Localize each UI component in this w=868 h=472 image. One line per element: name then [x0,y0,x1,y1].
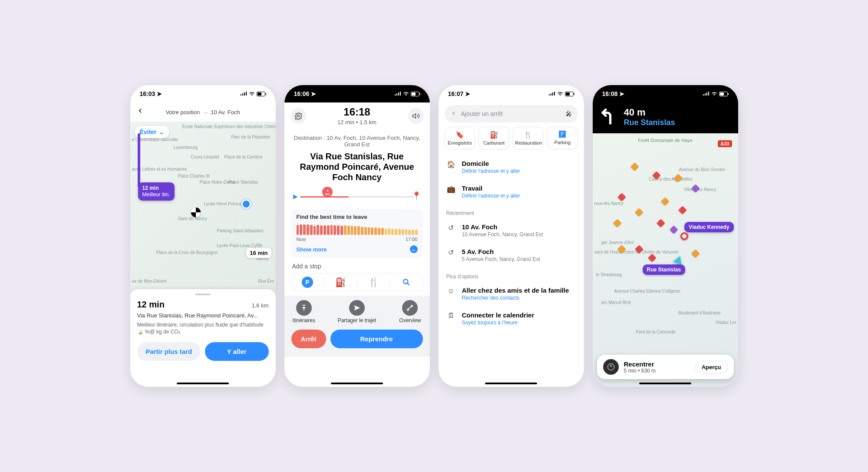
status-time: 16:07 [448,90,464,97]
turn-left-icon [600,108,618,126]
progress-bubble: 4MIN [322,187,333,197]
svg-rect-14 [574,93,574,95]
food-icon[interactable]: 🍴 [357,277,390,288]
back-icon[interactable] [136,107,144,116]
chip-enregistrés[interactable]: 🔖Enregistrés [445,127,475,149]
best-time-card[interactable]: Find the best time to leave Now17:00 Sho… [291,209,423,257]
svg-rect-5 [419,93,420,95]
overview-button[interactable]: Overview [383,300,429,323]
status-bar: 16:03 ➤ [130,85,276,102]
map[interactable]: Éviter⌄ École Nationale Supérieure des I… [130,122,276,297]
status-bar: 16:08 ➤ [593,85,738,102]
svg-point-11 [411,305,413,307]
screen-navigation: 16:08 ➤ 40 m Rue Stanislas Forêt Domania… [593,85,738,387]
routes-button[interactable]: Itinéraires [284,300,330,323]
arrow-icon: → [202,109,208,116]
share-button[interactable]: Partager le trajet [330,300,383,323]
recenter-sub: 5 min • 630 m [624,368,656,374]
nav-route-line [593,133,723,198]
chip-carburant[interactable]: ⛽Carburant [479,127,509,149]
svg-point-8 [403,279,408,284]
turn-instruction: 40 m Rue Stanislas [593,102,738,133]
eta-subtitle: 12 min • 1.5 km [337,119,376,125]
route-via: Via Rue Stanislas, Rue Raymond Poincaré,… [137,312,269,319]
svg-marker-7 [413,114,416,119]
destination-label: Destination : 10 Av. Foch, 10 Avenue Foc… [291,135,423,148]
svg-rect-1 [257,92,261,96]
current-location-dot [243,201,250,208]
primary-list: 🏠DomicileDéfinir l'adresse et y aller💼Tr… [439,155,584,204]
chip-restauration[interactable]: 🍴Restauration [513,127,544,149]
turn-street: Rue Stanislas [624,118,675,127]
map-tag-kennedy[interactable]: Viaduc Kennedy [684,222,733,232]
map-tag-stanislas[interactable]: Rue Stanislas [643,264,686,275]
stop-button[interactable]: Arrêt [291,330,326,348]
best-time-title: Find the best time to leave [297,214,418,220]
chip-parking[interactable]: 🅿︎Parking [547,127,578,149]
home-indicator [331,383,383,384]
list-item[interactable]: 🏠DomicileDéfinir l'adresse et y aller [446,155,576,179]
list-item[interactable]: ☺Aller chez des amis et de la familleRec… [446,281,576,306]
location-icon: ➤ [311,90,316,97]
drag-handle[interactable] [195,294,211,295]
svg-line-9 [408,284,409,285]
via-label: Via Rue Stanislas, Rue Raymond Poincaré,… [291,151,423,182]
settings-icon[interactable] [290,108,306,124]
search-icon[interactable] [390,277,423,288]
status-indicators [240,92,266,96]
resume-button[interactable]: Reprendre [330,330,423,348]
route-note: Meilleur itinéraire, circulation plus fl… [137,321,269,335]
svg-point-10 [407,309,409,310]
show-more-button[interactable]: Show more⌄ [297,245,418,253]
overview-button[interactable]: Aperçu [695,361,728,373]
route-sheet[interactable]: 12 min 1,6 km Via Rue Stanislas, Rue Ray… [130,289,276,387]
alt-route-time[interactable]: 16 min [246,248,271,258]
status-indicators [394,92,420,96]
header-to: 10 Av. Foch [211,109,240,116]
recent-list: ↺10 Av. Foch10 Avenue Foch, Nancy, Grand… [439,218,584,267]
chevron-down-icon: ⌄ [410,245,418,253]
leave-later-button[interactable]: Partir plus tard [137,342,201,361]
eta-header: 16:18 12 min • 1.5 km [284,102,430,130]
section-recent: Récemment [439,204,584,218]
svg-rect-4 [412,92,416,96]
list-item[interactable]: ↺5 Av. Foch5 Avenue Foch, Nancy, Grand E… [446,243,576,267]
destination-marker [680,232,688,240]
section-more: Plus d'options [439,267,584,281]
search-input[interactable]: Ajouter un arrêt 🎤︎ [445,105,578,122]
mic-icon[interactable]: 🎤︎ [566,110,572,117]
gas-icon[interactable]: ⛽ [324,277,357,288]
header-from: Votre position [165,109,200,116]
screen-route-preview: 16:03 ➤ Votre position → 10 Av. Foch Évi… [130,85,276,387]
share-icon [349,300,365,316]
list-item[interactable]: ↺10 Av. Foch10 Avenue Foch, Nancy, Grand… [446,218,576,243]
best-route-badge[interactable]: 12 min Meilleur itin. [138,182,175,201]
turn-distance: 40 m [624,107,675,118]
home-indicator [177,383,229,384]
go-button[interactable]: Y aller [205,342,269,361]
list-item[interactable]: 🗓Connecter le calendrierSoyez toujours à… [446,306,576,331]
parking-icon[interactable]: P [291,277,324,288]
location-icon: ➤ [157,90,162,97]
status-time: 16:08 [602,90,618,97]
status-bar: 16:06 ➤ [284,85,430,102]
location-icon: ➤ [619,90,624,97]
screen-trip-detail: 16:06 ➤ 16:18 12 min • 1.5 km Destinatio… [284,85,430,387]
overview-icon [402,300,418,316]
route-header: Votre position → 10 Av. Foch [130,102,276,122]
screen-add-stop: 16:07 ➤ Ajouter un arrêt 🎤︎ 🔖Enregistrés… [439,85,584,387]
route-time: 12 min [137,300,165,309]
home-indicator [485,383,537,384]
category-chips: 🔖Enregistrés⛽Carburant🍴Restauration🅿︎Par… [439,127,584,155]
nav-map[interactable]: Forêt Domaniale de Haye A33 Avenue du Bo… [593,133,738,387]
play-icon: ▶ [293,193,298,200]
recenter-label: Recentrer [624,360,656,368]
list-item[interactable]: 💼TravailDéfinir l'adresse et y aller [446,179,576,204]
status-time: 16:03 [140,90,155,97]
sound-icon[interactable] [408,108,424,124]
back-icon[interactable] [451,110,457,118]
status-bar: 16:07 ➤ [439,85,584,102]
location-icon: ➤ [465,90,470,97]
progress-slider[interactable]: ▶ 4MIN 📍 [293,189,421,204]
compass-icon[interactable] [603,359,619,375]
